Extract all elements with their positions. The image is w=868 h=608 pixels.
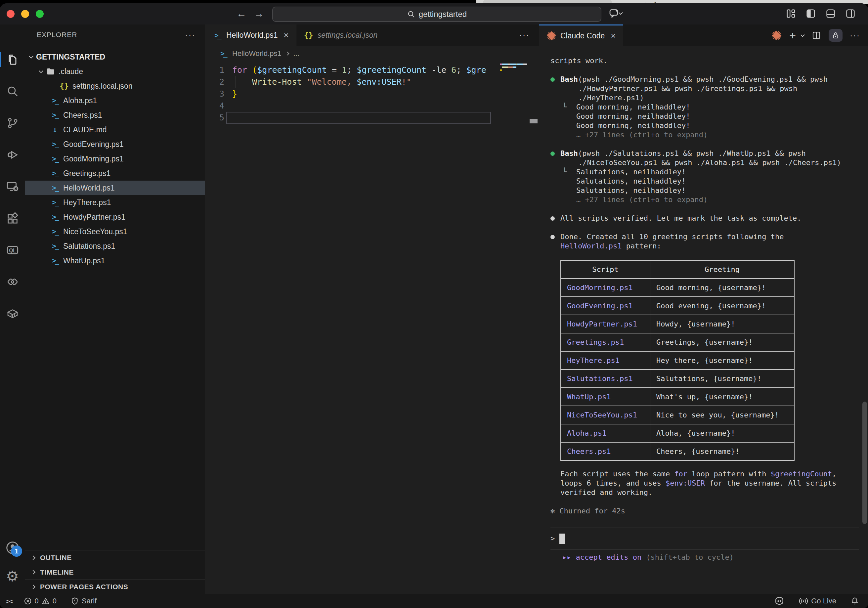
linked-hexagons-activity-button[interactable] (0, 266, 25, 298)
tool-output-line: Good morning, neilhaddley! (563, 121, 860, 130)
container-tools-activity-button[interactable] (0, 298, 25, 329)
folder-icon (46, 67, 55, 76)
copilot-icon (774, 596, 785, 606)
file-item[interactable]: >_ GoodMorning.ps1 (25, 152, 205, 166)
codeql-activity-button[interactable]: QL (0, 234, 25, 266)
lock-toggle-button[interactable] (829, 29, 843, 42)
activity-bar: QL 1 ⚙ (0, 25, 25, 594)
table-row: HowdyPartner.ps1Howdy, {username}! (561, 315, 794, 333)
chevron-right-icon (31, 570, 36, 574)
divider (550, 549, 859, 549)
assistant-message-done: Done. Created all 10 greeting scripts fo… (550, 232, 860, 251)
search-activity-button[interactable] (0, 75, 25, 107)
code-line: 4 (205, 100, 539, 112)
close-tab-icon[interactable]: × (284, 30, 289, 40)
claude-starburst-icon[interactable] (771, 30, 782, 41)
power-pages-actions-section[interactable]: POWER PAGES ACTIONS (25, 579, 205, 594)
toggle-secondary-sidebar-icon[interactable] (845, 8, 856, 19)
toggle-panel-icon[interactable] (825, 8, 836, 19)
search-icon (6, 85, 19, 98)
layout-controls (785, 8, 856, 19)
table-row: Aloha.ps1Aloha, {username}! (561, 424, 794, 442)
tool-output-line: Good morning, neilhaddley! (563, 112, 860, 121)
customize-layout-icon[interactable] (785, 8, 797, 19)
minimize-window-button[interactable] (21, 10, 29, 18)
file-item[interactable]: ↓ CLAUDE.md (25, 123, 205, 137)
tool-call-bash-1: Bash(pwsh ./GoodMorning.ps1 && pwsh ./Go… (550, 75, 860, 140)
tool-output-line: Salutations, neilhaddley! (563, 186, 860, 195)
chevron-right-icon (31, 584, 36, 589)
forward-button[interactable]: → (254, 8, 264, 19)
outline-section[interactable]: OUTLINE (25, 550, 205, 565)
remote-indicator[interactable]: >< (6, 597, 19, 605)
code-line: 1 for ($greetingCount = 1; $greetingCoun… (205, 64, 539, 76)
tab-settings-local-json[interactable]: {} settings.local.json (296, 25, 385, 46)
command-center-search[interactable]: gettingstarted (272, 6, 601, 22)
close-window-button[interactable] (7, 10, 14, 18)
tree-root-gettingstarted[interactable]: GETTINGSTARTED (25, 50, 205, 64)
window-controls (7, 10, 44, 18)
minimap-line (500, 70, 502, 71)
notifications-button[interactable] (850, 596, 859, 606)
extensions-activity-button[interactable] (0, 202, 25, 234)
panel-scrollbar-thumb[interactable] (862, 402, 867, 524)
indent-guide (236, 76, 236, 88)
expand-hint[interactable]: … +27 lines (ctrl+o to expand) (576, 130, 860, 140)
file-item[interactable]: >_ WhatUp.ps1 (25, 253, 205, 268)
tree-folder-claude[interactable]: .claude (25, 64, 205, 79)
file-item[interactable]: >_ HowdyPartner.ps1 (25, 210, 205, 224)
table-row: Salutations.ps1Salutations, {username}! (561, 369, 794, 388)
sidebar-sections: OUTLINE TIMELINE POWER PAGES ACTIONS (25, 550, 205, 594)
accept-edits-mode[interactable]: ▸▸ accept edits on (shift+tab to cycle) (563, 553, 860, 562)
tool-status-dot (550, 152, 555, 156)
warning-icon (41, 597, 50, 605)
account-badge: 1 (11, 546, 22, 557)
panel-more-actions-button[interactable]: ··· (850, 31, 860, 40)
file-item[interactable]: >_ Salutations.ps1 (25, 239, 205, 253)
copilot-chat-button[interactable] (608, 7, 622, 19)
breadcrumb[interactable]: >_ HelloWorld.ps1 ... (205, 46, 539, 61)
source-control-activity-button[interactable] (0, 107, 25, 139)
vscode-window: ← → gettingstarted (0, 3, 868, 608)
file-item[interactable]: {} settings.local.json (25, 79, 205, 93)
file-item[interactable]: >_ HeyThere.ps1 (25, 195, 205, 210)
table-row: GoodMorning.ps1Good morning, {username}! (561, 279, 794, 297)
run-debug-activity-button[interactable] (0, 139, 25, 171)
remote-explorer-activity-button[interactable] (0, 171, 25, 202)
zoom-window-button[interactable] (36, 10, 44, 18)
tab-helloworld[interactable]: >_ HelloWorld.ps1 × (205, 25, 296, 46)
prompt-area: > ▸▸ accept edits on (shift+tab to cycle… (550, 527, 860, 562)
code-editor[interactable]: 1 for ($greetingCount = 1; $greetingCoun… (205, 61, 539, 594)
explorer-activity-button[interactable] (0, 43, 25, 75)
tab-claude-code[interactable]: Claude Code × (539, 25, 623, 46)
copilot-status[interactable] (774, 596, 785, 606)
sarif-status[interactable]: Sarif (70, 597, 97, 605)
churn-status: ✻ Churned for 42s (550, 506, 860, 516)
file-item[interactable]: >_ Greetings.ps1 (25, 166, 205, 181)
file-item[interactable]: >_ Cheers.ps1 (25, 108, 205, 123)
chevron-right-icon (31, 555, 36, 560)
expand-hint[interactable]: … +27 lines (ctrl+o to expand) (576, 195, 860, 205)
settings-button[interactable]: ⚙ (0, 562, 25, 591)
new-session-button[interactable]: + (789, 30, 796, 41)
prompt-input[interactable]: > (550, 528, 860, 549)
accounts-button[interactable]: 1 (0, 534, 25, 562)
toggle-primary-sidebar-icon[interactable] (805, 8, 817, 19)
go-live-button[interactable]: Go Live (798, 596, 836, 606)
close-tab-icon[interactable]: × (611, 31, 615, 41)
file-item-selected[interactable]: >_ HelloWorld.ps1 (25, 181, 205, 195)
gear-icon: ⚙ (6, 569, 19, 583)
editor-scrollbar-thumb[interactable] (530, 119, 538, 123)
file-item[interactable]: >_ NiceToSeeYou.ps1 (25, 224, 205, 239)
file-item[interactable]: >_ Aloha.ps1 (25, 93, 205, 108)
back-button[interactable]: ← (237, 8, 246, 19)
explorer-more-actions-button[interactable]: ··· (185, 30, 195, 40)
timeline-section[interactable]: TIMELINE (25, 565, 205, 579)
file-item[interactable]: >_ GoodEvening.ps1 (25, 137, 205, 152)
editor-more-actions-button[interactable]: ··· (519, 30, 530, 40)
minimap[interactable] (500, 64, 528, 71)
chevron-down-icon[interactable] (801, 33, 805, 37)
assistant-closing-text: Each script uses the same for loop patte… (560, 469, 860, 497)
split-editor-icon[interactable] (811, 30, 822, 40)
errors-warnings[interactable]: 0 0 (23, 597, 57, 605)
